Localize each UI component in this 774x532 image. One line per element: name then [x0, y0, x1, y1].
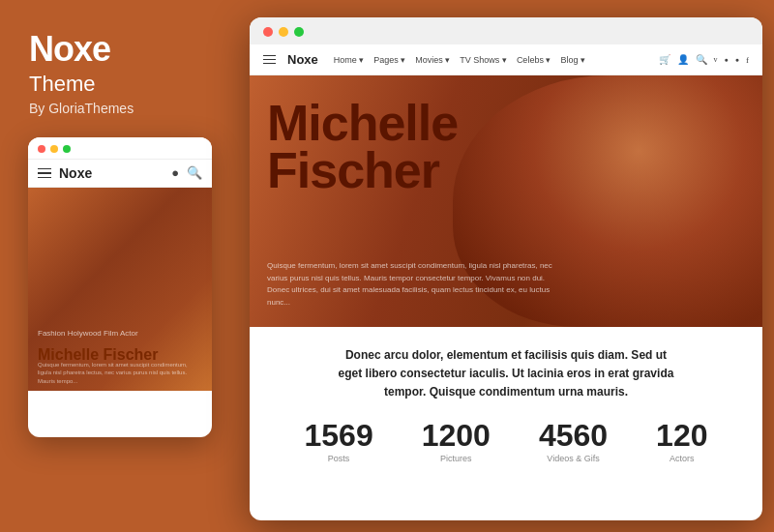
nav-link-blog[interactable]: Blog ▾ — [560, 55, 585, 65]
stat-item: 1200Pictures — [422, 420, 491, 463]
desktop-dot-red — [263, 27, 273, 37]
hero-title: Michelle Fischer — [267, 100, 458, 195]
hero-title-line2: Fischer — [267, 147, 458, 194]
mobile-desc: Quisque fermentum, lorem sit amet suscip… — [38, 361, 202, 385]
cart-icon[interactable]: 🛒 — [659, 54, 670, 65]
stat-item: 120Actors — [656, 420, 707, 463]
v-icon: v — [714, 55, 718, 64]
stat-number: 1200 — [422, 420, 491, 451]
mobile-brand: Noxe — [59, 165, 92, 181]
brand-title: Noxe — [29, 29, 110, 70]
nav-link-movies[interactable]: Movies ▾ — [415, 55, 450, 65]
nav-link-tvshows[interactable]: TV Shows ▾ — [460, 55, 507, 65]
stat-label: Actors — [656, 454, 707, 463]
search-icon[interactable]: 🔍 — [696, 54, 707, 65]
mobile-nav-icons: ● 🔍 — [171, 165, 202, 181]
mobile-mockup: Noxe ● 🔍 Fashion Holywood Film Actor Mic… — [28, 137, 212, 437]
content-quote: Donec arcu dolor, elementum et facilisis… — [332, 346, 680, 402]
hero-desc: Quisque fermentum, lorem sit amet suscip… — [267, 260, 559, 310]
desktop-nav-brand: Noxe — [287, 52, 318, 67]
stat-label: Pictures — [422, 454, 491, 463]
nav-link-pages[interactable]: Pages ▾ — [373, 55, 405, 65]
mobile-caption: Fashion Holywood Film Actor — [38, 329, 138, 338]
stat-label: Videos & Gifs — [539, 454, 608, 463]
stat-item: 4560Videos & Gifs — [539, 420, 608, 463]
dot-green — [63, 145, 71, 153]
dot-red — [38, 145, 45, 153]
brand-subtitle: Theme — [29, 72, 95, 97]
hamburger-icon[interactable] — [38, 168, 51, 179]
nav-link-celebs[interactable]: Celebs ▾ — [517, 55, 551, 65]
stat-number: 4560 — [539, 420, 608, 451]
stat-item: 1569Posts — [305, 420, 373, 463]
social-icon-2[interactable]: ● — [735, 56, 739, 64]
dot-yellow — [50, 145, 58, 153]
social-icon-1[interactable]: ● — [725, 56, 729, 64]
desktop-nav-links: Home ▾ Pages ▾ Movies ▾ TV Shows ▾ Celeb… — [334, 55, 653, 65]
desktop-nav-icons-right: 🛒 👤 🔍 v ● ● f — [659, 54, 749, 65]
desktop-hamburger-icon[interactable] — [263, 55, 276, 65]
facebook-icon[interactable]: f — [746, 55, 749, 65]
mobile-nav: Noxe ● 🔍 — [28, 159, 212, 188]
left-panel: Noxe Theme By GloriaThemes Noxe ● 🔍 Fash… — [0, 0, 240, 532]
brand-author: By GloriaThemes — [29, 101, 134, 116]
desktop-mockup: Noxe Home ▾ Pages ▾ Movies ▾ TV Shows ▾ … — [250, 17, 762, 520]
mobile-image-area: Fashion Holywood Film Actor Michelle Fis… — [28, 188, 212, 391]
hero-title-line1: Michelle — [267, 100, 458, 147]
stat-number: 120 — [656, 420, 707, 451]
stat-label: Posts — [305, 454, 373, 463]
mobile-user-icon[interactable]: ● — [171, 165, 179, 181]
desktop-nav: Noxe Home ▾ Pages ▾ Movies ▾ TV Shows ▾ … — [250, 44, 762, 75]
mobile-search-icon[interactable]: 🔍 — [187, 165, 202, 181]
desktop-dot-yellow — [279, 27, 288, 37]
mobile-dots — [28, 137, 212, 159]
desktop-content: Donec arcu dolor, elementum et facilisis… — [250, 327, 762, 479]
desktop-dot-green — [294, 27, 304, 37]
stats-row: 1569Posts1200Pictures4560Videos & Gifs12… — [298, 420, 714, 463]
mobile-nav-left: Noxe — [38, 165, 92, 181]
desktop-hero: Michelle Fischer Quisque fermentum, lore… — [250, 75, 762, 327]
user-icon[interactable]: 👤 — [677, 54, 689, 65]
stat-number: 1569 — [305, 420, 373, 451]
desktop-dots — [250, 17, 762, 44]
nav-link-home[interactable]: Home ▾ — [334, 55, 365, 65]
